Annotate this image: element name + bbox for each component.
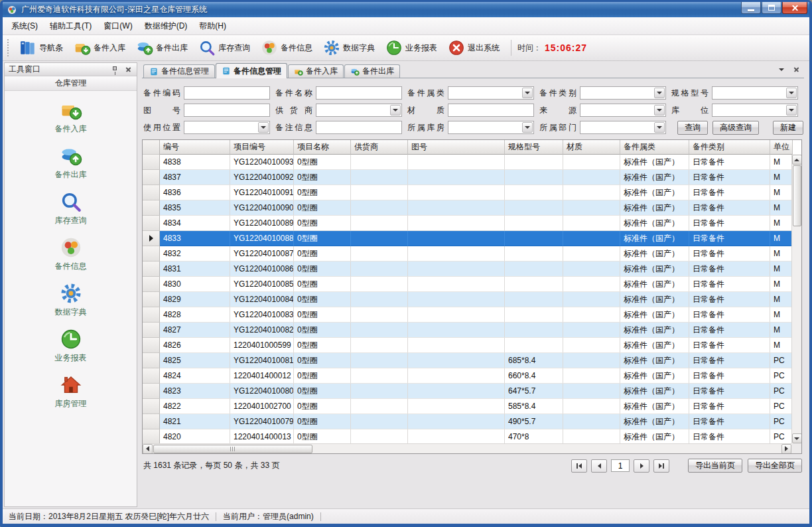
table-row-4833[interactable]: 4833YG122040100880型圈标准件（国产）日常备件M <box>143 231 801 246</box>
scroll-left-button[interactable] <box>143 444 153 454</box>
menu-system[interactable]: 系统(S) <box>5 17 44 35</box>
spec-model-select[interactable] <box>712 86 798 100</box>
sidebar-item-biz-report[interactable]: 业务报表 <box>28 328 114 374</box>
table-row-4830[interactable]: 4830YG122040100850型圈标准件（国产）日常备件M <box>143 277 801 292</box>
menu-window[interactable]: 窗口(W) <box>98 17 138 35</box>
table-row-4821[interactable]: 4821YG122040100790型圈490*5.7标准件（国产）日常备件PC <box>143 414 801 429</box>
divider <box>511 40 511 56</box>
sidebar-item-data-dict[interactable]: 数据字典 <box>28 282 114 328</box>
table-row-4832[interactable]: 4832YG122040100870型圈标准件（国产）日常备件M <box>143 246 801 262</box>
scroll-up-button[interactable] <box>792 155 802 165</box>
table-row-4823[interactable]: 4823YG122040100800型圈647*5.7标准件（国产）日常备件PC <box>143 384 801 399</box>
tab-part-info-mgmt-2[interactable]: 备件信息管理 <box>216 63 287 78</box>
query-button[interactable]: 查询 <box>677 121 708 135</box>
table-row-4828[interactable]: 4828YG122040100830型圈标准件（国产）日常备件M <box>143 307 801 323</box>
location-select[interactable] <box>712 104 798 117</box>
toolbar-button-exit-system[interactable]: 退出系统 <box>442 37 505 58</box>
column-header-project_name[interactable]: 项目名称 <box>294 140 351 155</box>
toolbar-button-stock-in[interactable]: 备件入库 <box>68 37 131 58</box>
remark-input[interactable] <box>316 121 402 134</box>
toolbar-button-nav-bar[interactable]: 导航条 <box>14 37 68 58</box>
table-row-4835[interactable]: 4835YG122040100900型圈标准件（国产）日常备件M <box>143 200 801 216</box>
supplier-select[interactable] <box>316 104 402 117</box>
cell-supplier <box>351 231 408 246</box>
table-row-4820[interactable]: 482012204014000130型圈470*8标准件（国产）日常备件PC <box>143 429 801 445</box>
material-input[interactable] <box>448 104 534 117</box>
tab-part-info-mgmt-1[interactable]: 备件信息管理 <box>143 64 215 78</box>
horizontal-scroll-thumb[interactable] <box>153 445 312 453</box>
toolbar-button-data-dict[interactable]: 数据字典 <box>318 37 380 58</box>
toolbar-button-biz-report[interactable]: 业务报表 <box>380 37 442 58</box>
table-row-4831[interactable]: 4831YG122040100860型圈标准件（国产）日常备件M <box>143 262 801 277</box>
last-page-button[interactable] <box>653 459 669 473</box>
table-row-4834[interactable]: 4834YG122040100890型圈标准件（国产）日常备件M <box>143 216 801 231</box>
close-button[interactable] <box>782 2 807 14</box>
table-row-4825[interactable]: 4825YG122040100810型圈685*8.4标准件（国产）日常备件PC <box>143 353 801 368</box>
table-row-4836[interactable]: 4836YG122040100910型圈标准件（国产）日常备件M <box>143 185 801 200</box>
tab-list-button[interactable] <box>776 64 786 74</box>
use-position-select[interactable] <box>184 121 270 134</box>
table-row-4824[interactable]: 482412204014000120型圈660*8.4标准件（国产）日常备件PC <box>143 368 801 384</box>
sidebar-item-part-info[interactable]: 备件信息 <box>28 236 114 282</box>
cell-unit: M <box>770 216 793 231</box>
horizontal-scrollbar[interactable] <box>143 443 791 453</box>
sidebar-item-stock-out[interactable]: 备件出库 <box>28 145 114 190</box>
scroll-down-button[interactable] <box>792 433 802 443</box>
new-button[interactable]: 新建 <box>773 121 803 135</box>
menu-data-maintain[interactable]: 数据维护(D) <box>139 17 194 35</box>
column-header-id[interactable]: 编号 <box>160 140 230 155</box>
page-number-input[interactable] <box>611 459 630 472</box>
advanced-query-button[interactable]: 高级查询 <box>712 121 759 135</box>
column-header-category[interactable]: 备件属类 <box>620 140 689 155</box>
column-header-drawing_no[interactable]: 图号 <box>408 140 505 155</box>
vertical-scrollbar[interactable] <box>791 155 801 443</box>
menu-aux-tools[interactable]: 辅助工具(T) <box>44 17 98 35</box>
tab-close-button[interactable] <box>791 64 801 74</box>
column-header-type[interactable]: 备件类别 <box>689 140 770 155</box>
sidebar-close-button[interactable] <box>123 65 133 74</box>
vertical-scroll-thumb[interactable] <box>793 165 801 226</box>
export-current-page-button[interactable]: 导出当前页 <box>688 459 742 473</box>
part-category-select[interactable] <box>448 86 534 100</box>
menu-help[interactable]: 帮助(H) <box>193 17 232 35</box>
scroll-right-button[interactable] <box>781 444 791 454</box>
cell-material <box>563 155 620 170</box>
cell-project_no: YG12204010092 <box>230 170 294 185</box>
column-header-unit[interactable]: 单位 <box>770 140 793 155</box>
tab-stock-out[interactable]: 备件出库 <box>344 64 400 78</box>
minimize-button[interactable] <box>741 2 761 14</box>
part-type-select[interactable] <box>580 86 666 100</box>
next-page-button[interactable] <box>634 459 649 473</box>
column-header-spec[interactable]: 规格型号 <box>505 140 563 155</box>
table-row-4837[interactable]: 4837YG122040100920型圈标准件（国产）日常备件M <box>143 170 801 185</box>
toolbar-button-part-info[interactable]: 备件信息 <box>255 37 318 58</box>
export-all-pages-button[interactable]: 导出全部页 <box>748 459 802 473</box>
table-row-4838[interactable]: 4838YG122040100930型圈标准件（国产）日常备件M <box>143 155 801 170</box>
cell-project_name: 0型圈 <box>294 262 351 277</box>
drawing-no-input[interactable] <box>184 104 270 117</box>
part-name-input[interactable] <box>316 86 402 100</box>
tab-stock-in[interactable]: 备件入库 <box>288 64 344 78</box>
maximize-button[interactable] <box>762 2 781 14</box>
table-row-4822[interactable]: 482212204010027000型圈585*8.4标准件（国产）日常备件PC <box>143 399 801 414</box>
sidebar-item-stock-in[interactable]: 备件入库 <box>28 99 114 145</box>
table-row-4829[interactable]: 4829YG122040100840型圈标准件（国产）日常备件M <box>143 292 801 307</box>
toolbar-button-stock-out[interactable]: 备件出库 <box>131 37 193 58</box>
tab-controls <box>776 64 804 78</box>
own-department-select[interactable] <box>580 121 666 134</box>
sidebar-item-warehouse-mgmt[interactable]: 库房管理 <box>28 374 114 419</box>
toolbar-grip-handle[interactable] <box>7 39 11 56</box>
part-code-input[interactable] <box>184 86 270 100</box>
column-header-supplier[interactable]: 供货商 <box>351 140 408 155</box>
sidebar-item-inventory-query[interactable]: 库存查询 <box>28 190 114 236</box>
table-row-4827[interactable]: 4827YG122040100820型圈标准件（国产）日常备件M <box>143 323 801 338</box>
column-header-material[interactable]: 材质 <box>563 140 620 155</box>
prev-page-button[interactable] <box>591 459 607 473</box>
pin-button[interactable] <box>110 65 119 74</box>
column-header-project_no[interactable]: 项目编号 <box>230 140 294 155</box>
toolbar-button-inventory-query[interactable]: 库存查询 <box>193 37 255 58</box>
first-page-button[interactable] <box>571 459 587 473</box>
table-row-4826[interactable]: 482612204010005990型圈标准件（国产）日常备件M <box>143 338 801 353</box>
source-select[interactable] <box>580 104 666 117</box>
own-warehouse-select[interactable] <box>448 121 534 134</box>
